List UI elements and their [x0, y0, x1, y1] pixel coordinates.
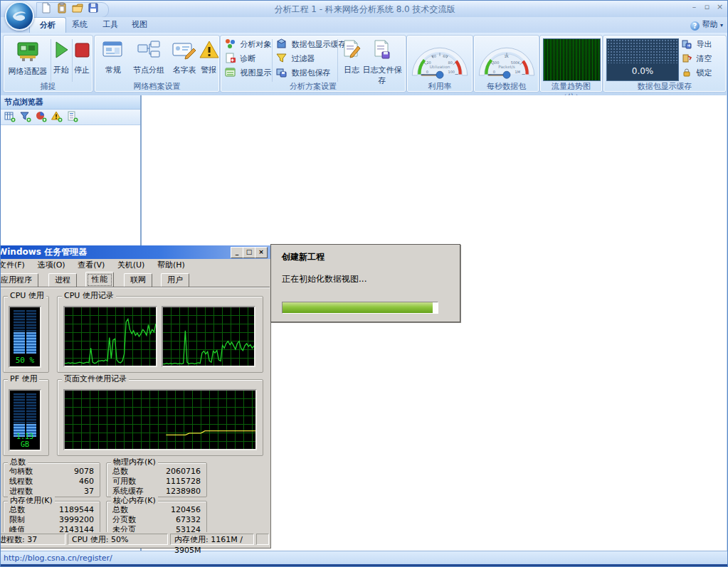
physical-memory-label: 物理内存(K): [111, 458, 158, 467]
start-icon: [51, 39, 71, 63]
group-capture: 网络适配器 开始 停止 捕捉: [3, 35, 93, 92]
app-titlebar: 分析工程 1 - 科来网络分析系统 8.0 技术交流版 – ▫ ×: [1, 1, 728, 18]
log-file-save-button[interactable]: 日志文件保存: [360, 38, 404, 80]
ribbon: 网络适配器 开始 停止 捕捉 常规: [1, 33, 728, 97]
help-icon: ?: [690, 21, 700, 31]
tab-performance[interactable]: 性能: [85, 272, 114, 288]
lock-button[interactable]: 锁定: [682, 67, 712, 79]
stat-row: 总数1189544: [4, 504, 100, 514]
status-processes: 进程数: 37: [0, 534, 65, 545]
svg-text:0: 0: [426, 70, 428, 74]
node-group-button[interactable]: 节点分组: [129, 38, 169, 80]
view-display-icon: [225, 67, 236, 78]
menu-file[interactable]: 文件(F): [0, 260, 30, 270]
filter-button[interactable]: 过滤器: [276, 53, 315, 65]
menu-options[interactable]: 选项(O): [32, 260, 70, 270]
commit-charge-group: 内存使用(K) 总数1189544 限制3999200 峰值2143144: [3, 501, 100, 536]
minimize-icon[interactable]: –: [688, 2, 700, 11]
stat-row: 可用数1115728: [107, 476, 206, 486]
clear-label: 清空: [697, 54, 712, 63]
export-button[interactable]: 导出: [682, 38, 712, 51]
app-statusbar: http://blog.csna.cn/register/: [1, 551, 728, 565]
maximize-icon[interactable]: □: [243, 247, 255, 258]
packets-gauge: 0 500 1K 500K 1M Packet/s: [476, 38, 537, 80]
new-file-icon[interactable]: [41, 2, 52, 14]
cpu-history-label: CPU 使用记录: [62, 292, 116, 300]
tab-processes[interactable]: 进程: [48, 273, 77, 287]
clipboard-icon[interactable]: [56, 2, 68, 14]
general-settings-button[interactable]: 常规: [99, 38, 127, 80]
stat-row: 线程数460: [4, 476, 100, 486]
alarm-label: 警报: [201, 65, 216, 75]
add-report-icon[interactable]: [67, 111, 79, 122]
svg-text:1K: 1K: [504, 54, 509, 58]
pf-usage-label: PF 使用: [8, 375, 39, 383]
add-alarm-icon[interactable]: [51, 111, 63, 122]
start-button[interactable]: 开始: [51, 38, 71, 80]
group-utilization: 0 20 40 60 80 100 Utilization 利用率: [406, 35, 473, 92]
minimize-icon[interactable]: _: [231, 247, 243, 258]
svg-text:1M: 1M: [515, 70, 520, 74]
progress-bar: [282, 302, 438, 314]
packet-buffer-button[interactable]: 数据包显示缓存: [276, 38, 347, 51]
tab-networking[interactable]: 联网: [124, 273, 152, 287]
export-icon: [682, 39, 692, 49]
open-folder-icon[interactable]: [72, 2, 83, 14]
group-trend: 流量趋势图（位）: [539, 35, 603, 92]
pf-history-label: 页面文件使用记录: [62, 375, 129, 383]
resize-grip[interactable]: [256, 534, 269, 545]
trend-chart: [543, 38, 601, 81]
tab-applications[interactable]: 应用程序: [0, 273, 38, 287]
close-icon[interactable]: ×: [714, 2, 726, 11]
totals-group: 总数 句柄数9078 线程数460 进程数37: [3, 462, 100, 497]
tab-users[interactable]: 用户: [161, 273, 189, 287]
register-link[interactable]: http://blog.csna.cn/register/: [1, 553, 112, 563]
name-table-button[interactable]: 名字表: [169, 38, 200, 80]
alarm-button[interactable]: 警报: [199, 38, 218, 80]
dialog-title: 创建新工程: [282, 251, 325, 263]
close-icon[interactable]: ×: [255, 247, 268, 258]
diagnosis-button[interactable]: 诊断: [225, 53, 256, 65]
node-explorer-title: 节点浏览器: [1, 95, 140, 110]
svg-text:Utilization: Utilization: [430, 65, 450, 69]
analysis-object-button[interactable]: 分析对象: [225, 38, 272, 51]
menu-help[interactable]: 帮助(H): [152, 260, 190, 270]
svg-text:40: 40: [432, 54, 436, 58]
cpu-usage-group: CPU 使用 50 %: [3, 296, 49, 373]
app-logo-icon[interactable]: [5, 1, 34, 31]
menu-view[interactable]: 查看(V): [73, 260, 110, 270]
tab-analysis[interactable]: 分析: [29, 17, 66, 33]
add-table-icon[interactable]: [4, 111, 16, 122]
clear-button[interactable]: 清空: [682, 53, 712, 65]
task-manager-titlebar[interactable]: Windows 任务管理器 _ □ ×: [0, 245, 270, 259]
stat-row: 句柄数9078: [4, 466, 100, 476]
stop-icon: [72, 39, 92, 63]
clear-icon: [682, 53, 692, 63]
tab-view[interactable]: 视图: [122, 17, 157, 32]
general-settings-icon: [99, 39, 127, 63]
group-network-profile-label: 网络档案设置: [95, 81, 219, 91]
group-analysis-scheme-label: 分析方案设置: [221, 81, 406, 91]
buffer-texture: [607, 39, 678, 63]
group-analysis-scheme: 分析对象 诊断 视图显示 数据包显示缓存 过滤器 数据包保存: [220, 35, 406, 92]
utilization-gauge: 0 20 40 60 80 100 Utilization: [409, 38, 470, 80]
view-display-button[interactable]: 视图显示: [225, 67, 272, 80]
screen: 分析工程 1 - 科来网络分析系统 8.0 技术交流版 – ▫ × 分析 系统 …: [0, 0, 728, 567]
pf-meter-dim: [14, 393, 36, 424]
save-icon[interactable]: [88, 2, 99, 14]
cpu-usage-value: 50 %: [10, 356, 40, 365]
network-adapter-button[interactable]: 网络适配器: [6, 38, 50, 80]
svg-text:Packet/s: Packet/s: [498, 65, 515, 69]
add-chart-icon[interactable]: [36, 111, 48, 122]
help-button[interactable]: ? 帮助 ▾: [690, 19, 723, 31]
maximize-icon[interactable]: ▫: [701, 2, 713, 11]
add-filter-icon[interactable]: [20, 111, 32, 122]
stop-button[interactable]: 停止: [72, 38, 92, 80]
diagnosis-label: 诊断: [241, 54, 256, 63]
log-file-save-icon: [360, 39, 404, 63]
group-packets-label: 每秒数据包: [474, 81, 539, 91]
node-group-icon: [129, 39, 169, 63]
packet-save-button[interactable]: 数据包保存: [276, 67, 331, 80]
task-manager-window[interactable]: Windows 任务管理器 _ □ × 文件(F) 选项(O) 查看(V) 关机…: [0, 246, 270, 548]
menu-shutdown[interactable]: 关机(U): [112, 260, 150, 270]
